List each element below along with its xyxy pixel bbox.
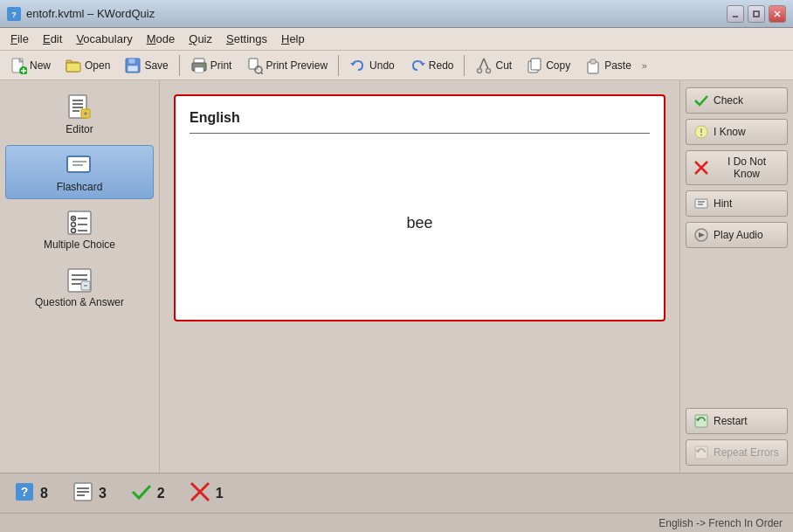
restart-icon [693,413,709,429]
toolbar-cut-label: Cut [495,59,512,72]
menu-file[interactable]: File [3,30,36,48]
menu-help[interactable]: Help [274,30,312,48]
sidebar-multiple-choice-label: Multiple Choice [44,238,115,251]
status-bar: ? 8 3 2 [0,473,793,513]
sidebar-item-multiple-choice[interactable]: Multiple Choice [5,203,154,257]
toolbar-cut-btn[interactable]: Cut [469,53,518,78]
flashcard-card: English bee [174,94,665,321]
menu-mode[interactable]: Mode [140,30,183,48]
svg-point-22 [255,66,262,73]
correct-icon [131,481,152,506]
sidebar-item-qa[interactable]: Question & Answer [5,260,154,314]
status-unknown: ? 8 [14,481,48,506]
sidebar-qa-label: Question & Answer [35,296,124,308]
answered-count: 3 [99,486,107,501]
new-icon [10,57,27,74]
svg-line-27 [484,59,488,69]
svg-point-28 [478,68,482,73]
svg-rect-70 [695,415,707,427]
right-panel: Check I Know [679,80,793,473]
hint-btn[interactable]: Hint [686,190,788,217]
status-correct: 2 [131,481,165,506]
sidebar-item-flashcard[interactable]: Flashcard [5,145,154,199]
maximize-btn[interactable] [748,5,765,23]
hint-label: Hint [714,197,732,210]
play-audio-label: Play Audio [714,229,763,241]
svg-rect-31 [531,59,541,70]
toolbar-new-btn[interactable]: New [3,53,57,78]
svg-point-20 [202,64,204,66]
flashcard-word: bee [190,144,650,301]
toolbar-undo-btn[interactable]: Undo [343,53,401,78]
toolbar-print-btn[interactable]: Print [184,53,238,78]
toolbar-more[interactable]: » [639,55,650,76]
toolbar-new-label: New [30,59,51,72]
repeat-errors-btn[interactable]: Repeat Errors [686,439,788,466]
toolbar-save-label: Save [144,59,168,72]
notknow-icon [693,160,709,176]
flashcard-icon [66,151,93,179]
know-label: I Know [714,126,746,138]
menu-settings[interactable]: Settings [219,30,274,48]
print-preview-icon [245,57,263,74]
separator-3 [464,55,465,76]
play-audio-btn[interactable]: Play Audio [686,222,788,248]
i-do-not-know-btn[interactable]: I Do Not Know [686,150,788,185]
toolbar-copy-label: Copy [546,59,570,72]
mode-text: English -> French In Order [659,517,783,529]
notknow-label: I Do Not Know [714,155,780,180]
app-window: ? entofr.kvtml – KWordQuiz File Edit Voc… [0,0,793,532]
menubar: File Edit Vocabulary Mode Quiz Settings … [0,28,793,51]
toolbar-paste-label: Paste [604,59,631,72]
paste-icon [584,57,602,74]
open-icon [65,57,82,74]
svg-rect-19 [195,67,203,73]
repeat-errors-label: Repeat Errors [714,446,779,459]
check-label: Check [714,94,743,107]
restart-label: Restart [714,415,748,427]
audio-icon [693,227,709,243]
main-content: Editor Flashcard [0,80,793,473]
cut-icon [475,57,493,74]
check-icon [693,93,709,108]
svg-rect-65 [695,199,707,208]
unknown-icon: ? [14,481,35,506]
flashcard-divider [190,133,650,134]
repeat-icon [693,445,709,460]
status-answered: 3 [72,481,107,506]
toolbar-redo-label: Redo [429,59,454,72]
restart-btn[interactable]: Restart [686,408,788,434]
svg-rect-33 [590,59,596,64]
toolbar-print-preview-btn[interactable]: Print Preview [239,53,334,78]
minimize-btn[interactable] [727,5,744,23]
toolbar-copy-btn[interactable]: Copy [520,53,576,78]
flashcard-language: English [190,110,650,126]
toolbar-redo-btn[interactable]: Redo [403,53,460,78]
svg-rect-3 [754,11,759,17]
check-btn[interactable]: Check [686,87,788,114]
hint-icon [693,196,709,211]
svg-line-26 [479,59,484,69]
toolbar-print-preview-label: Print Preview [265,59,328,72]
svg-rect-15 [128,59,135,64]
close-btn[interactable] [769,5,786,23]
correct-count: 2 [157,486,165,501]
toolbar-save-btn[interactable]: Save [118,53,174,78]
svg-marker-25 [420,63,425,66]
svg-line-23 [261,73,263,74]
titlebar: ? entofr.kvtml – KWordQuiz [0,0,793,28]
i-know-btn[interactable]: I Know [686,119,788,145]
menu-vocabulary[interactable]: Vocabulary [69,30,139,48]
app-icon: ? [7,7,21,21]
toolbar-paste-btn[interactable]: Paste [578,53,638,78]
multiple-choice-icon [66,209,93,237]
separator-2 [338,55,339,76]
editor-icon [66,93,93,121]
toolbar-open-btn[interactable]: Open [59,53,116,78]
unknown-count: 8 [40,486,48,501]
menu-quiz[interactable]: Quiz [182,30,219,48]
menu-edit[interactable]: Edit [36,30,69,48]
titlebar-left: ? entofr.kvtml – KWordQuiz [7,7,155,21]
sidebar-editor-label: Editor [66,123,93,135]
sidebar-item-editor[interactable]: Editor [5,87,154,142]
